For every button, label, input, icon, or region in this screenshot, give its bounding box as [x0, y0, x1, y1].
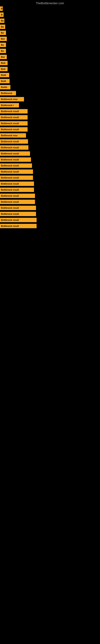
- bar-label: Bo: [0, 49, 6, 53]
- bar-row: Bottleneck result: [0, 223, 100, 229]
- bar-row: Bottleneck result: [0, 169, 100, 175]
- bar-label: Bottl: [0, 73, 9, 77]
- bars-container: BBBoBoBoBotBoBoBotBottBottBottlBottlBott…: [0, 6, 100, 229]
- bar-label: Bottleneck result: [0, 109, 28, 114]
- bar-label: Bottleneck result: [0, 218, 37, 222]
- bar-row: Bot: [0, 54, 100, 60]
- bar-label: Bottleneck result: [0, 139, 28, 144]
- bar-row: Bo: [0, 48, 100, 54]
- bar-label: Bottleneck result: [0, 115, 28, 120]
- bar-row: Bottleneck result: [0, 156, 100, 162]
- bar-row: Bottleneck result: [0, 114, 100, 120]
- bar-row: Bottleneck result: [0, 199, 100, 205]
- bar-label: Bott: [0, 61, 8, 65]
- bar-row: Bottl: [0, 78, 100, 84]
- bar-label: Bottleneck result: [0, 121, 28, 126]
- bar-row: Bottleneck result: [0, 138, 100, 144]
- bar-row: Bottleneck result: [0, 193, 100, 199]
- bar-label: Bottleneck result: [0, 212, 36, 216]
- bar-label: Bo: [0, 18, 4, 23]
- bar-row: Bottleneck resu: [0, 96, 100, 102]
- bar-row: Bottleneck result: [0, 108, 100, 114]
- bar-row: Bottleneck resu: [0, 132, 100, 138]
- bar-label: Bottleneck result: [0, 170, 33, 174]
- bar-label: Bo: [0, 43, 6, 47]
- bar-row: B: [0, 12, 100, 18]
- bar-label: Bottleneck result: [0, 188, 34, 192]
- bar-label: Bottleneck result: [0, 176, 33, 180]
- bar-label: Bottleneck result: [0, 158, 31, 162]
- bar-row: Bo: [0, 30, 100, 36]
- bar-row: Bott: [0, 66, 100, 72]
- bar-row: Bottleneck r: [0, 102, 100, 108]
- bar-row: Bottleneck result: [0, 211, 100, 217]
- bar-row: Bottleneck result: [0, 181, 100, 187]
- bar-label: Bottleneck result: [0, 194, 35, 198]
- bar-row: Bottleneck: [0, 90, 100, 96]
- bar-label: Bottle: [0, 85, 10, 89]
- bar-row: Bottleneck result: [0, 144, 100, 150]
- bar-row: Bot: [0, 36, 100, 42]
- bar-label: Bottleneck result: [0, 164, 32, 168]
- bar-label: Bottleneck result: [0, 145, 28, 150]
- bar-row: Bottleneck result: [0, 120, 100, 126]
- bar-label: Bottleneck result: [0, 206, 36, 210]
- bar-label: Bottleneck resu: [0, 97, 24, 102]
- bar-label: Bott: [0, 67, 8, 71]
- bar-label: B: [0, 12, 3, 17]
- bar-row: Bottle: [0, 84, 100, 90]
- site-title: TheBottlenecker.com: [0, 0, 100, 6]
- bar-row: Bottleneck result: [0, 162, 100, 169]
- bar-row: Bottleneck result: [0, 217, 100, 223]
- bar-row: B: [0, 6, 100, 12]
- bar-label: Bottleneck result: [0, 151, 30, 156]
- bar-row: Bott: [0, 60, 100, 66]
- bar-row: Bottleneck result: [0, 126, 100, 132]
- bar-label: Bottleneck: [0, 91, 16, 96]
- bar-label: Bottleneck resu: [0, 133, 26, 138]
- bar-label: B: [0, 6, 3, 11]
- bar-label: Bot: [0, 37, 7, 41]
- bar-label: Bottleneck result: [0, 127, 28, 132]
- bar-label: Bo: [0, 30, 6, 35]
- bar-label: Bottleneck result: [0, 182, 34, 186]
- bar-row: Bottleneck result: [0, 187, 100, 193]
- bar-label: Bot: [0, 55, 7, 59]
- bar-row: Bottl: [0, 72, 100, 78]
- bar-label: Bottl: [0, 79, 10, 83]
- bar-row: Bo: [0, 18, 100, 24]
- bar-row: Bo: [0, 42, 100, 48]
- bar-row: Bottleneck result: [0, 175, 100, 181]
- bar-row: Bottleneck result: [0, 150, 100, 156]
- bar-label: Bottleneck result: [0, 200, 35, 204]
- bar-label: Bottleneck result: [0, 224, 37, 228]
- bar-row: Bo: [0, 24, 100, 30]
- bar-label: Bottleneck r: [0, 103, 19, 108]
- bar-label: Bo: [0, 24, 5, 29]
- bar-row: Bottleneck result: [0, 205, 100, 211]
